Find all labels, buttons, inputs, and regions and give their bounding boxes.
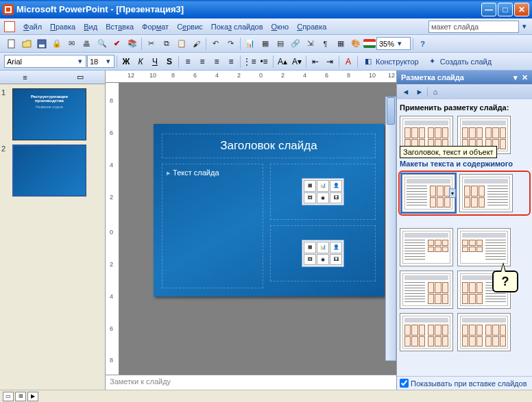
insert-table-icon[interactable]: ▦ <box>304 180 316 192</box>
slide-thumb-1[interactable]: 1 Реструктуризация производства Название… <box>1 88 104 140</box>
content-icons[interactable]: ▦ 📊 👤 🖼 ◉ 🎞 <box>302 178 344 205</box>
insert-picture-icon[interactable]: 🖼 <box>304 192 316 204</box>
new-icon[interactable] <box>4 36 19 51</box>
align-right-button[interactable]: ≡ <box>210 55 223 68</box>
insert-clipart-icon[interactable]: 👤 <box>330 180 342 192</box>
chevron-down-icon[interactable]: ▾ <box>104 57 112 66</box>
maximize-button[interactable]: □ <box>498 3 513 16</box>
slide[interactable]: Заголовок слайда Текст слайда ▦ 📊 👤 🖼 ◉ … <box>154 124 384 297</box>
document-icon[interactable] <box>4 21 15 32</box>
menu-insert[interactable]: Вставка <box>101 21 138 32</box>
spelling-icon[interactable]: ✔ <box>110 36 124 51</box>
content-placeholder-2[interactable]: ▦ 📊 👤 🖼 ◉ 🎞 <box>270 225 376 281</box>
chart-icon[interactable]: 📊 <box>243 36 257 51</box>
cut-icon[interactable]: ✂ <box>144 36 158 51</box>
insert-diagram-icon[interactable]: ◉ <box>317 254 329 266</box>
vertical-scrollbar[interactable] <box>385 97 396 361</box>
bullets-button[interactable]: •≡ <box>257 55 271 68</box>
copy-icon[interactable]: ⧉ <box>159 36 173 51</box>
insert-chart-icon[interactable]: 📊 <box>317 180 329 192</box>
menu-help[interactable]: Справка <box>293 21 330 32</box>
layout-option[interactable] <box>400 228 453 266</box>
show-on-insert-checkbox[interactable] <box>400 379 409 388</box>
redo-icon[interactable]: ↷ <box>223 36 238 51</box>
layout-option[interactable] <box>400 313 453 351</box>
italic-button[interactable]: К <box>134 55 147 68</box>
minimize-button[interactable]: — <box>481 3 496 16</box>
save-icon[interactable] <box>34 36 49 51</box>
zoom-combo[interactable]: 35%▾ <box>376 37 411 50</box>
print-icon[interactable]: 🖶 <box>80 36 94 51</box>
menu-file[interactable]: Файл <box>19 21 46 32</box>
font-combo[interactable]: Arial▾ <box>4 55 86 68</box>
table-icon[interactable]: ▦ <box>258 36 272 51</box>
tables-borders-icon[interactable]: ▤ <box>273 36 287 51</box>
permission-icon[interactable]: 🔒 <box>49 36 64 51</box>
content-icons[interactable]: ▦ 📊 👤 🖼 ◉ 🎞 <box>302 240 344 267</box>
slideshow-view-button[interactable]: ▶ <box>27 392 38 401</box>
decrease-indent-button[interactable]: ⇤ <box>309 55 322 68</box>
close-button[interactable]: ✕ <box>514 3 529 16</box>
menu-window[interactable]: Окно <box>267 21 293 32</box>
insert-picture-icon[interactable]: 🖼 <box>304 254 316 266</box>
preview-icon[interactable]: 🔍 <box>95 36 109 51</box>
email-icon[interactable]: ✉ <box>64 36 79 51</box>
increase-font-button[interactable]: A▴ <box>276 55 289 68</box>
expand-icon[interactable]: ⇲ <box>303 36 317 51</box>
insert-media-icon[interactable]: 🎞 <box>330 254 342 266</box>
designer-button[interactable]: ◧Конструктор <box>360 54 424 68</box>
chevron-down-icon[interactable]: ▾ <box>396 39 403 48</box>
layout-option-selected[interactable]: ▾ <box>402 174 455 212</box>
menu-view[interactable]: Вид <box>80 21 101 32</box>
help-balloon[interactable]: ? <box>492 271 518 292</box>
layout-dropdown-icon[interactable]: ▾ <box>449 188 456 198</box>
menu-tools[interactable]: Сервис <box>173 21 207 32</box>
help-search-dropdown-icon[interactable]: ▾ <box>520 22 528 31</box>
align-left-button[interactable]: ≡ <box>181 55 195 68</box>
normal-view-button[interactable]: ▭ <box>3 392 14 401</box>
undo-icon[interactable]: ↶ <box>208 36 223 51</box>
underline-button[interactable]: Ч <box>148 55 162 68</box>
notes-pane[interactable]: Заметки к слайду <box>106 375 396 390</box>
slide-editor[interactable]: Заголовок слайда Текст слайда ▦ 📊 👤 🖼 ◉ … <box>119 83 396 375</box>
home-icon[interactable]: ⌂ <box>429 86 442 98</box>
show-formatting-icon[interactable]: ¶ <box>318 36 332 51</box>
body-placeholder[interactable]: Текст слайда <box>162 164 263 288</box>
layout-option[interactable] <box>459 174 513 212</box>
align-justify-button[interactable]: ≡ <box>224 55 238 68</box>
flag-icon[interactable] <box>363 39 376 48</box>
content-placeholder-1[interactable]: ▦ 📊 👤 🖼 ◉ 🎞 <box>270 164 376 220</box>
open-icon[interactable] <box>19 36 34 51</box>
layout-option[interactable] <box>457 313 511 351</box>
hyperlink-icon[interactable]: 🔗 <box>288 36 302 51</box>
insert-clipart-icon[interactable]: 👤 <box>330 242 342 253</box>
layout-option[interactable] <box>457 228 511 266</box>
menu-format[interactable]: Формат <box>138 21 173 32</box>
shadow-button[interactable]: S <box>162 55 176 68</box>
increase-indent-button[interactable]: ⇥ <box>323 55 337 68</box>
menu-edit[interactable]: Правка <box>46 21 80 32</box>
menu-slideshow[interactable]: Показ слайдов <box>207 21 267 32</box>
research-icon[interactable]: 📚 <box>125 36 139 51</box>
insert-table-icon[interactable]: ▦ <box>304 242 316 253</box>
help-icon[interactable]: ? <box>415 36 430 51</box>
font-color-button[interactable]: A <box>341 55 355 68</box>
forward-icon[interactable]: ► <box>413 86 426 98</box>
insert-diagram-icon[interactable]: ◉ <box>317 192 329 204</box>
title-placeholder[interactable]: Заголовок слайда <box>162 134 376 158</box>
color-icon[interactable]: 🎨 <box>348 36 363 51</box>
bold-button[interactable]: Ж <box>119 55 133 68</box>
grid-icon[interactable]: ▦ <box>333 36 348 51</box>
chevron-down-icon[interactable]: ▾ <box>76 57 84 66</box>
paste-icon[interactable]: 📋 <box>174 36 189 51</box>
help-search-input[interactable] <box>428 21 519 33</box>
numbering-button[interactable]: ⋮≡ <box>243 55 256 68</box>
align-center-button[interactable]: ≡ <box>195 55 209 68</box>
insert-chart-icon[interactable]: 📊 <box>317 242 329 253</box>
slides-tab[interactable]: ▭ <box>63 72 97 83</box>
format-painter-icon[interactable]: 🖌 <box>189 36 204 51</box>
task-pane-menu-icon[interactable]: ▾ <box>513 73 518 82</box>
sorter-view-button[interactable]: ⊞ <box>15 392 26 401</box>
outline-tab[interactable]: ≡ <box>8 72 43 83</box>
insert-media-icon[interactable]: 🎞 <box>330 192 342 204</box>
